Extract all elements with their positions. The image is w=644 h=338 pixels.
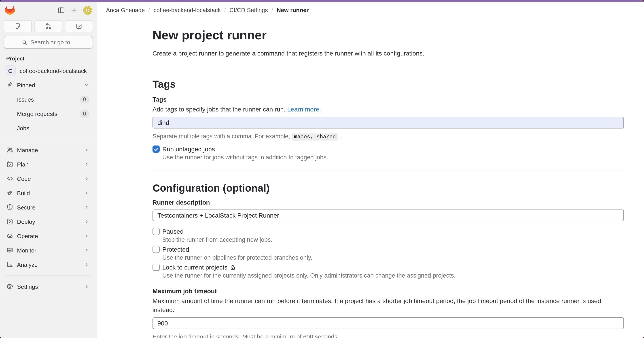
maximum-job-timeout-help: Enter the job timeout in seconds. Must b…	[152, 333, 624, 338]
tags-example-code: macos, shared	[292, 133, 338, 141]
user-avatar[interactable]	[83, 6, 92, 15]
gitlab-logo[interactable]	[4, 5, 15, 15]
lock-to-current-projects-label[interactable]: Lock to current projects	[162, 263, 456, 271]
merge-requests-shortcut-button[interactable]	[34, 20, 62, 32]
rocket-icon	[6, 189, 14, 197]
sidebar-item-monitor[interactable]: Monitor	[4, 243, 93, 257]
users-icon	[6, 146, 14, 154]
project-avatar: C	[5, 65, 16, 76]
sidebar-section-label: Project	[6, 56, 96, 62]
run-untagged-jobs-help: Use the runner for jobs without tags in …	[162, 154, 328, 162]
todo-check-icon	[76, 23, 82, 30]
chevron-right-icon	[84, 262, 90, 267]
monitor-icon	[6, 247, 14, 254]
plus-icon[interactable]	[71, 7, 77, 14]
search-input[interactable]: Search or go to...	[4, 36, 93, 49]
issues-icon	[14, 23, 21, 30]
chevron-right-icon	[84, 219, 90, 224]
sidebar-item-deploy[interactable]: Deploy	[4, 215, 93, 228]
breadcrumb-link-project[interactable]: coffee-backend-localstack	[154, 7, 221, 13]
pinned-label: Pinned	[17, 82, 84, 88]
protected-help: Use the runner on pipelines for protecte…	[162, 254, 312, 262]
protected-label[interactable]: Protected	[162, 245, 312, 253]
paused-help: Stop the runner from accepting new jobs.	[162, 236, 272, 244]
cloud-gear-icon	[6, 232, 14, 239]
lock-to-current-projects-checkbox[interactable]	[152, 264, 160, 271]
gear-icon	[6, 283, 14, 290]
sidebar-item-issues[interactable]: Issues 0	[4, 93, 93, 106]
sidebar-item-secure[interactable]: Secure	[4, 201, 93, 214]
sidebar-item-build[interactable]: Build	[4, 186, 93, 200]
paused-label[interactable]: Paused	[162, 227, 272, 235]
tags-input[interactable]	[152, 117, 624, 129]
run-untagged-jobs-label[interactable]: Run untagged jobs	[162, 145, 328, 153]
breadcrumb-link-cicd-settings[interactable]: CI/CD Settings	[230, 7, 268, 13]
sidebar-item-operate[interactable]: Operate	[4, 229, 93, 243]
sidebar-item-plan[interactable]: Plan	[4, 158, 93, 171]
maximum-job-timeout-input[interactable]	[152, 317, 624, 329]
pin-icon	[6, 82, 14, 89]
sidebar-item-merge-requests[interactable]: Merge requests 0	[4, 107, 93, 120]
sidebar-collapse-icon[interactable]	[58, 7, 65, 14]
screen: Search or go to... Project C coffee-back…	[0, 0, 644, 338]
merge-requests-count-badge: 0	[80, 110, 90, 118]
page-subtitle: Create a project runner to generate a co…	[152, 49, 624, 58]
browser-window: Search or go to... Project C coffee-back…	[0, 0, 644, 338]
paused-row: Paused Stop the runner from accepting ne…	[152, 227, 624, 244]
protected-checkbox[interactable]	[152, 246, 160, 253]
sidebar-item-manage[interactable]: Manage	[4, 143, 93, 157]
run-untagged-jobs-checkbox[interactable]	[152, 146, 160, 153]
breadcrumb-separator: /	[224, 7, 226, 13]
paused-checkbox[interactable]	[152, 228, 160, 235]
breadcrumb-current: New runner	[276, 7, 308, 13]
sidebar-item-project[interactable]: C coffee-backend-localstack	[4, 64, 93, 78]
breadcrumb-link-user[interactable]: Anca Ghenade	[106, 7, 145, 13]
calendar-check-icon	[6, 161, 14, 168]
chevron-right-icon	[84, 147, 90, 153]
section-divider	[152, 67, 624, 67]
chevron-right-icon	[84, 176, 90, 181]
tags-field-label: Tags	[152, 96, 624, 103]
lock-to-current-projects-help: Use the runner for the currently assigne…	[162, 272, 456, 280]
chevron-right-icon	[84, 190, 90, 196]
chevron-right-icon	[84, 233, 90, 239]
project-name: coffee-backend-localstack	[20, 67, 93, 74]
super-sidebar: Search or go to... Project C coffee-back…	[0, 2, 97, 338]
chevron-down-icon	[84, 82, 90, 88]
tags-hint: Separate multiple tags with a comma. For…	[152, 132, 624, 141]
maximum-job-timeout-description: Maximum amount of time the runner can ru…	[152, 296, 624, 314]
sidebar-item-pinned[interactable]: Pinned	[4, 78, 93, 92]
section-divider	[152, 171, 624, 171]
sidebar-divider	[4, 275, 92, 276]
lock-to-current-projects-row: Lock to current projects	[152, 263, 624, 280]
sidebar-item-code[interactable]: Code	[4, 172, 93, 185]
protected-row: Protected Use the runner on pipelines fo…	[152, 245, 624, 262]
sidebar-item-settings[interactable]: Settings	[4, 280, 93, 293]
chevron-right-icon	[84, 162, 90, 167]
chevron-right-icon	[84, 205, 90, 210]
learn-more-link[interactable]: Learn more	[287, 106, 319, 113]
code-icon	[6, 175, 14, 182]
sidebar-item-analyze[interactable]: Analyze	[4, 258, 93, 271]
breadcrumb-separator: /	[272, 7, 273, 13]
runner-description-input[interactable]	[152, 209, 624, 221]
search-placeholder: Search or go to...	[30, 39, 75, 46]
todos-shortcut-button[interactable]	[65, 20, 93, 32]
chart-icon	[6, 261, 14, 268]
issues-shortcut-button[interactable]	[4, 20, 32, 32]
configuration-section-heading: Configuration (optional)	[152, 182, 624, 194]
tags-section-heading: Tags	[152, 78, 624, 90]
breadcrumb: Anca Ghenade / coffee-backend-localstack…	[97, 2, 644, 18]
run-untagged-jobs-row: Run untagged jobs Use the runner for job…	[152, 145, 624, 162]
shield-icon	[6, 204, 14, 211]
runner-description-label: Runner description	[152, 199, 624, 206]
issues-count-badge: 0	[80, 96, 90, 103]
page-title: New project runner	[152, 27, 624, 44]
chevron-right-icon	[84, 248, 90, 253]
window-accent-bar	[0, 0, 644, 2]
maximum-job-timeout-label: Maximum job timeout	[152, 287, 624, 295]
search-icon	[22, 39, 28, 46]
deploy-icon	[6, 218, 14, 225]
tags-field-description: Add tags to specify jobs that the runner…	[152, 105, 624, 114]
sidebar-item-jobs[interactable]: Jobs	[4, 121, 93, 135]
